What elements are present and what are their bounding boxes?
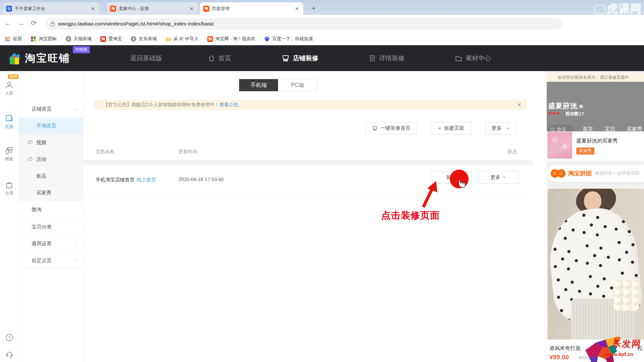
shop-name: 盛夏莳洸◉ [548,101,583,111]
tab-title: 千牛卖家工作台 [15,6,87,12]
windows-icon [31,36,36,42]
forward-icon[interactable]: → [17,19,24,27]
sidebar-item-general-settings[interactable]: 通用设置 ﹀ [19,235,83,252]
sidebar-item-weitao[interactable]: 微淘 [19,201,83,218]
announcement-link[interactable]: 查看公告 [219,102,238,108]
device-toggle: 手机端 PC端 [239,79,317,92]
chevron-down-icon: ∨ [507,126,510,130]
new-page-button[interactable]: + 新建页面 [430,122,472,134]
bookmark-apps[interactable]: 应用 [5,36,22,42]
pages-icon [5,114,14,123]
model-photo [548,189,644,340]
doc-icon [369,55,376,62]
more-button-row[interactable]: 更多 ∨ [478,171,519,184]
bookmark-jd[interactable]: 京东商城 [131,36,157,42]
wangpu-logo-icon [7,51,21,66]
tab-title: 页面管理 [212,6,291,12]
sidebar-item-video[interactable]: 视频 [19,134,83,151]
tab-close-icon[interactable]: ✕ [189,6,195,12]
nav-shop-decorate[interactable]: 店铺装修 [281,54,318,63]
sidebar-item-custom-page[interactable]: 自定义页 ﹀ [19,252,83,269]
chevron-up-icon: ︿ [74,106,78,112]
rail-item-template[interactable]: 模板 [0,146,18,162]
back-icon[interactable]: ← [5,19,12,27]
sidebar-item-item-category[interactable]: 宝贝分类 [19,219,83,235]
nav-detail-decorate[interactable]: 详情装修 [369,54,405,63]
pintuan-banner[interactable]: 淘宝拼团 邀请好友一起拼着买好 [547,165,644,182]
wangpu-logo-text: 淘宝旺铺 [25,51,70,65]
bookmark-aitaobao[interactable]: 淘 爱淘宝 [100,36,122,42]
plus-icon: + [438,125,441,132]
lock-icon [51,23,55,26]
reload-icon[interactable]: ⟳ [31,19,37,27]
preview-notice: 如有部分模块未展示，请以装修页面中 [547,73,644,82]
announcement-bar: 【官方公告】旗舰店2.0-人群智能模块限时免费使用中！ 查看公告 。 ✕ [94,100,526,110]
lefa-watermark-text: 乐发网 [611,338,642,350]
huke-watermark: 虎课网 [594,1,642,16]
svg-text:?: ? [8,335,10,340]
bookmarks-bar: 应用 淘宝团购 天猫商城 淘 爱淘宝 京东商城 从 IE 中导入 淘 淘宝网 -… [0,33,644,45]
online-home-link[interactable]: 线上首页 [137,177,156,182]
rail-item-category[interactable]: 分类 [0,180,18,196]
sidebar-item-new-product[interactable]: 新品 [19,168,83,184]
apps-grid-icon [5,36,10,42]
bookmark-baidu[interactable]: 百度一下，你就知道 [264,36,313,42]
browser-tab-qianniu[interactable]: U 千牛卖家工作台 ✕ [3,2,99,15]
wangpu-header: 淘宝旺铺 智能版 退回基础版 首页 店铺装修 详情装修 素材中心 [0,45,644,71]
tab-close-icon[interactable]: ✕ [294,6,300,12]
page-sidebar-menu: ▲ 店铺首页 ︿ 手淘首页 视频 活动 新品 买家秀 微淘 宝贝分类 通用设置 … [19,71,83,362]
shop-small-icon [372,126,378,131]
fans-count: 粉丝数17 [566,111,584,117]
wangpu-logo[interactable]: 淘宝旺铺 智能版 [7,51,70,66]
buyer-show-card[interactable]: 盛夏莳洸的买家秀 买家秀 [547,131,644,161]
home-icon [208,55,215,62]
new-badge: NEW [8,74,18,79]
rail-item-page[interactable]: 页面 [0,114,18,130]
smart-version-badge: 智能版 [73,46,90,53]
product-title: 港风米奇打底 [549,345,581,352]
shop-icon [281,54,290,62]
browser-toolbar: ← → ⟳ wangpu.taobao.com/wirelessPageList… [0,15,644,33]
bookmark-tmall[interactable]: 天猫商城 [65,36,92,42]
announcement-close-icon[interactable]: ✕ [517,102,522,109]
nav-material-center[interactable]: 素材中心 [455,54,491,63]
left-icon-rail: NEW 人群 页面 模板 分类 ? [0,71,18,362]
annotation-text: 点击装修页面 [381,209,440,222]
taobao-favicon-icon: 淘 [203,6,209,12]
tab-pc[interactable]: PC端 [278,79,317,91]
chevron-down-icon: ﹀ [74,241,78,247]
tab-close-icon[interactable]: ✕ [90,6,96,12]
sidebar-item-shop-home[interactable]: 店铺首页 ︿ [19,101,83,117]
one-key-decorate-button[interactable]: 一键装修首页 [366,122,417,134]
pearl-bag [613,280,639,311]
main-content: 手机端 PC端 【官方公告】旗舰店2.0-人群智能模块限时免费使用中！ 查看公告… [84,71,547,362]
pintuan-desc: 邀请好友一起拼着买好 [594,170,640,176]
lefa-watermark-url: www.6pf.cn [605,351,633,357]
new-tab-button[interactable]: + [309,4,318,13]
rail-support-button[interactable] [0,350,18,360]
address-bar[interactable]: wangpu.taobao.com/wirelessPageList.htm#/… [45,18,562,30]
browser-tab-seller-center[interactable]: 淘 卖家中心 - 应用 ✕ [107,2,198,15]
updated-time-cell: 2020-04-16 17:53:40 [178,177,224,182]
sidebar-item-activity[interactable]: 活动 [19,151,83,168]
bookmark-taobao[interactable]: 淘 淘宝网 - 淘！我喜欢 [207,36,256,42]
rail-item-crowd[interactable]: NEW 人群 [0,80,18,96]
sidebar-item-buyer-show[interactable]: 买家秀 [19,184,83,201]
announcement-text: 【官方公告】旗舰店2.0-人群智能模块限时免费使用中！ [103,102,219,108]
rail-help-button[interactable]: ? [0,333,18,343]
folder-icon [455,55,463,62]
bookmark-taobao-tuangou[interactable]: 淘宝团购 [31,36,57,42]
nav-home[interactable]: 首页 [208,54,231,63]
nav-back-basic[interactable]: 退回基础版 [130,54,162,63]
sidebar-item-mobile-home[interactable]: 手淘首页 [19,117,83,134]
pintuan-title: 淘宝拼团 [568,169,592,177]
hand-cursor-icon [456,177,468,189]
shop-badge-icon: ◉ [579,104,583,109]
tab-mobile[interactable]: 手机端 [239,79,278,91]
shop-preview-panel: 如有部分模块未展示，请以装修页面中 盛夏莳洸◉ ❤❤❤ 粉丝数17 搜索 首页 … [547,71,644,362]
more-button-top[interactable]: 更多 ∨ [485,122,516,134]
browser-tab-strip: U 千牛卖家工作台 ✕ 淘 卖家中心 - 应用 ✕ 淘 页面管理 ✕ + 虎课网 [0,0,644,15]
bookmark-ie-import[interactable]: 从 IE 中导入 [166,36,199,42]
chevron-down-icon: ∨ [503,175,506,179]
browser-tab-page-manage[interactable]: 淘 页面管理 ✕ [200,2,303,15]
